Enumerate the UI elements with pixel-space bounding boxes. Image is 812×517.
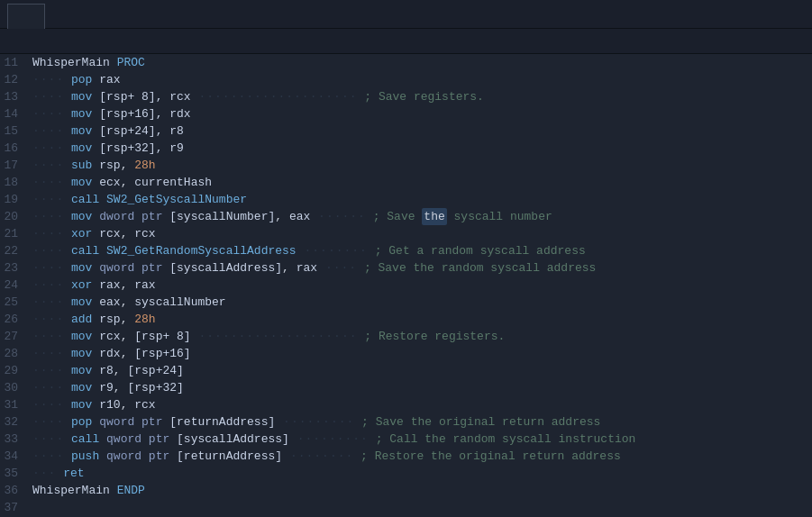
table-row: 37: [0, 499, 812, 516]
line-content: ···· push qword ptr [returnAddress] ····…: [32, 448, 803, 465]
line-number: 32: [0, 413, 32, 431]
title-bar: [0, 0, 812, 29]
line-number: 30: [0, 379, 32, 396]
line-number: 12: [0, 71, 32, 88]
line-content: ···· mov [rsp+24], r8: [32, 122, 803, 140]
table-row: 17 ···· sub rsp, 28h: [0, 157, 812, 174]
tab[interactable]: [7, 4, 45, 29]
table-row: 33 ···· call qword ptr [syscallAddress] …: [0, 431, 812, 448]
line-content: ···· mov dword ptr [syscallNumber], eax …: [32, 208, 803, 225]
table-row: 31 ···· mov r10, rcx: [0, 396, 812, 413]
table-row: 23 ···· mov qword ptr [syscallAddress], …: [0, 259, 812, 277]
table-row: 25 ···· mov eax, syscallNumber: [0, 294, 812, 311]
line-content: WhisperMain ENDP: [32, 482, 803, 499]
line-content: ···· mov qword ptr [syscallAddress], rax…: [32, 259, 803, 277]
line-number: 11: [0, 54, 32, 71]
table-row: 35 ··· ret: [0, 465, 812, 482]
line-content: ··· ret: [32, 465, 803, 482]
line-number: 16: [0, 140, 32, 157]
line-number: 36: [0, 482, 32, 499]
table-row: 21 ···· xor rcx, rcx: [0, 225, 812, 242]
line-content: ···· add rsp, 28h: [32, 311, 803, 328]
line-number: 17: [0, 157, 32, 174]
line-number: 15: [0, 122, 32, 140]
line-number: 24: [0, 277, 32, 294]
table-row: 26 ···· add rsp, 28h: [0, 311, 812, 328]
line-content: ···· call qword ptr [syscallAddress] ···…: [32, 431, 803, 448]
line-number: 29: [0, 362, 32, 379]
table-row: 20 ···· mov dword ptr [syscallNumber], e…: [0, 208, 812, 225]
table-row: 30 ···· mov r9, [rsp+32]: [0, 379, 812, 396]
line-content: ···· mov r9, [rsp+32]: [32, 379, 803, 396]
table-row: 15 ···· mov [rsp+24], r8: [0, 122, 812, 140]
line-number: 37: [0, 499, 32, 516]
table-row: 24 ···· xor rax, rax: [0, 277, 812, 294]
line-number: 20: [0, 208, 32, 225]
line-content: ···· mov [rsp+16], rdx: [32, 105, 803, 122]
line-content: ···· mov r8, [rsp+24]: [32, 362, 803, 379]
code-area: 11 WhisperMain PROC 12 ···· pop rax 13 ·…: [0, 54, 812, 517]
line-content: ···· xor rcx, rcx: [32, 225, 803, 242]
line-number: 26: [0, 311, 32, 328]
line-content: ···· mov rdx, [rsp+16]: [32, 345, 803, 362]
line-number: 22: [0, 242, 32, 259]
table-row: 12 ···· pop rax: [0, 71, 812, 88]
line-content: ···· xor rax, rax: [32, 277, 803, 294]
line-number: 25: [0, 294, 32, 311]
line-number: 35: [0, 465, 32, 482]
line-content: ···· pop qword ptr [returnAddress] ·····…: [32, 413, 803, 431]
breadcrumb: [0, 29, 812, 54]
line-number: 13: [0, 88, 32, 105]
table-row: 29 ···· mov r8, [rsp+24]: [0, 362, 812, 379]
table-row: 13 ···· mov [rsp+ 8], rcx ··············…: [0, 88, 812, 105]
line-number: 34: [0, 448, 32, 465]
line-number: 31: [0, 396, 32, 413]
line-number: 33: [0, 431, 32, 448]
line-number: 19: [0, 191, 32, 208]
table-row: 14 ···· mov [rsp+16], rdx: [0, 105, 812, 122]
line-number: 14: [0, 105, 32, 122]
table-row: 27 ···· mov rcx, [rsp+ 8] ··············…: [0, 328, 812, 345]
line-number: 18: [0, 174, 32, 191]
line-content: ···· call SW2_GetRandomSyscallAddress ··…: [32, 242, 803, 259]
line-content: ···· sub rsp, 28h: [32, 157, 803, 174]
table-row: 22 ···· call SW2_GetRandomSyscallAddress…: [0, 242, 812, 259]
line-content: ···· mov ecx, currentHash: [32, 174, 803, 191]
line-content: ···· mov [rsp+ 8], rcx ·················…: [32, 88, 803, 105]
table-row: 19 ···· call SW2_GetSyscallNumber: [0, 191, 812, 208]
line-content: ···· pop rax: [32, 71, 803, 88]
line-content: WhisperMain PROC: [32, 54, 803, 71]
line-number: 23: [0, 259, 32, 277]
line-content: ···· mov r10, rcx: [32, 396, 803, 413]
line-content: ···· mov [rsp+32], r9: [32, 140, 803, 157]
table-row: 28 ···· mov rdx, [rsp+16]: [0, 345, 812, 362]
table-row: 18 ···· mov ecx, currentHash: [0, 174, 812, 191]
line-number: 27: [0, 328, 32, 345]
line-number: 28: [0, 345, 32, 362]
table-row: 11 WhisperMain PROC: [0, 54, 812, 71]
table-row: 34 ···· push qword ptr [returnAddress] ·…: [0, 448, 812, 465]
line-content: ···· mov rcx, [rsp+ 8] ·················…: [32, 328, 803, 345]
line-number: 21: [0, 225, 32, 242]
table-row: 32 ···· pop qword ptr [returnAddress] ··…: [0, 413, 812, 431]
line-content: ···· mov eax, syscallNumber: [32, 294, 803, 311]
table-row: 16 ···· mov [rsp+32], r9: [0, 140, 812, 157]
table-row: 36 WhisperMain ENDP: [0, 482, 812, 499]
line-content: ···· call SW2_GetSyscallNumber: [32, 191, 803, 208]
